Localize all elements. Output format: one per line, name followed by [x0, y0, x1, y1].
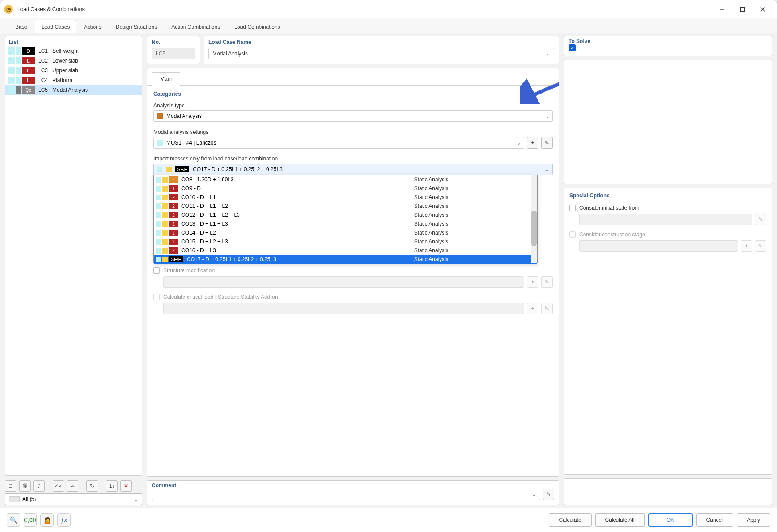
search-icon[interactable]: 🔍: [7, 513, 20, 527]
chevron-down-icon: ⌄: [134, 496, 138, 502]
list-item[interactable]: L LC2 Lower slab: [5, 56, 142, 66]
construction-stage-edit-icon[interactable]: ✎: [755, 240, 766, 252]
import-masses-options[interactable]: 2 CO8 - 1.20D + 1.60L3 Static Analysis 1…: [153, 175, 538, 263]
app-icon: ◔: [4, 5, 13, 14]
right-bottom-panel: [564, 478, 772, 505]
dropdown-option[interactable]: 2 CO14 - D + L2 Static Analysis: [154, 228, 537, 237]
calculate-critical-field: [163, 303, 524, 314]
edit-cc-icon[interactable]: ✎: [541, 303, 553, 314]
lcname-dropdown[interactable]: Modal Analysis ⌄: [208, 48, 554, 59]
tab-load-cases[interactable]: Load Cases: [35, 20, 76, 33]
dropdown-option[interactable]: 2 CO16 - D + L3 Static Analysis: [154, 246, 537, 255]
structure-modification-label: Structure modification: [163, 267, 215, 274]
copy-icon[interactable]: 🗐: [19, 480, 31, 492]
list-filter-dropdown[interactable]: All (5) ⌄: [5, 493, 142, 505]
close-button[interactable]: [753, 3, 773, 16]
list-item[interactable]: L LC4 Platform: [5, 75, 142, 85]
renumber-icon[interactable]: 1↓: [106, 480, 118, 492]
analysis-type-value: Modal Analysis: [166, 113, 202, 119]
import-icon[interactable]: ⤴: [33, 480, 45, 492]
structure-modification-checkbox[interactable]: [153, 267, 160, 274]
tab-load-combinations[interactable]: Load Combinations: [228, 20, 286, 33]
import-badge: SE/E: [175, 166, 189, 172]
dropdown-option[interactable]: 2 CO11 - D + L1 + L2 Static Analysis: [154, 202, 537, 211]
lcname-value: Modal Analysis: [212, 51, 248, 57]
edit-sm-icon[interactable]: ✎: [541, 276, 553, 288]
dropdown-option[interactable]: 2 CO12 - D + L1 + L2 + L3 Static Analysi…: [154, 211, 537, 219]
lcname-label: Load Case Name: [208, 38, 554, 48]
construction-stage-checkbox[interactable]: [569, 231, 576, 238]
import-masses-value: CO17 - D + 0.25L1 + 0.25L2 + 0.25L3: [193, 166, 283, 172]
list-item[interactable]: Qe LC5 Modal Analysis: [5, 85, 142, 95]
comment-label: Comment: [152, 480, 180, 489]
delete-icon[interactable]: ✕: [120, 480, 132, 492]
refresh-icon[interactable]: ↻: [86, 480, 98, 492]
tab-action-combinations[interactable]: Action Combinations: [165, 20, 227, 33]
comment-edit-icon[interactable]: ✎: [543, 489, 554, 500]
edit-settings-icon[interactable]: ✎: [541, 137, 553, 149]
modal-settings-dropdown[interactable]: MOS1 - #4 | Lanczos ⌄: [153, 137, 524, 149]
chevron-down-icon: ⌄: [545, 166, 549, 172]
new-settings-icon[interactable]: ✦: [527, 137, 538, 149]
construction-stage-label: Consider construction stage: [579, 231, 645, 238]
list-item[interactable]: D LC1 Self-weight: [5, 46, 142, 56]
initial-state-label: Consider initial state from: [579, 205, 639, 211]
list-filter-label: All (5): [22, 496, 36, 502]
uncheck-all-icon[interactable]: ✓̶: [67, 480, 78, 492]
dropdown-option[interactable]: 2 CO15 - D + L2 + L3 Static Analysis: [154, 237, 537, 246]
function-icon[interactable]: ƒx: [57, 513, 71, 527]
new-icon[interactable]: 🗋: [5, 480, 16, 492]
comment-dropdown[interactable]: ⌄: [152, 489, 540, 500]
profile-icon[interactable]: 🙍: [40, 513, 54, 527]
categories-header: Categories: [153, 89, 553, 101]
calculate-all-button[interactable]: Calculate All: [595, 513, 645, 527]
chevron-down-icon: ⌄: [532, 491, 536, 497]
tab-design-situations[interactable]: Design Situations: [109, 20, 164, 33]
chevron-down-icon: ⌄: [546, 51, 550, 57]
construction-stage-field: [579, 240, 738, 252]
calculate-critical-label: Calculate critical load | Structure Stab…: [163, 294, 278, 300]
modal-settings-label: Modal analysis settings: [153, 127, 553, 137]
dropdown-option[interactable]: 2 CO13 - D + L1 + L3 Static Analysis: [154, 219, 537, 228]
tosolve-checkbox[interactable]: ✓: [569, 44, 576, 51]
list-item[interactable]: L LC3 Upper slab: [5, 66, 142, 75]
minimize-button[interactable]: [712, 3, 732, 16]
apply-button[interactable]: Apply: [737, 513, 770, 527]
window-title: Load Cases & Combinations: [17, 6, 85, 12]
preview-panel: [564, 60, 772, 184]
initial-state-checkbox[interactable]: [569, 205, 576, 211]
list-header: List: [5, 36, 142, 46]
calculate-critical-checkbox[interactable]: [153, 294, 160, 300]
cancel-button[interactable]: Cancel: [696, 513, 733, 527]
tab-actions[interactable]: Actions: [77, 20, 108, 33]
check-all-icon[interactable]: ✓✓: [53, 480, 64, 492]
tab-base[interactable]: Base: [8, 20, 34, 33]
construction-stage-new-icon[interactable]: ✦: [741, 240, 752, 252]
ok-button[interactable]: OK: [648, 513, 693, 527]
initial-state-field: [579, 214, 752, 225]
no-label: No.: [152, 38, 195, 48]
new-cc-icon[interactable]: ✦: [527, 303, 538, 314]
modal-settings-value: MOS1 - #4 | Lanczos: [166, 140, 216, 146]
scrollbar[interactable]: [531, 175, 537, 263]
tosolve-label: To Solve: [569, 35, 594, 45]
units-icon[interactable]: 0,00: [24, 513, 37, 527]
svg-rect-1: [741, 7, 745, 11]
structure-modification-field: [163, 276, 524, 288]
maximize-button[interactable]: [732, 3, 753, 16]
import-masses-dropdown[interactable]: SE/E CO17 - D + 0.25L1 + 0.25L2 + 0.25L3…: [153, 164, 553, 175]
chevron-down-icon: ⌄: [517, 140, 521, 146]
dropdown-option[interactable]: 1 CO9 - D Static Analysis: [154, 184, 537, 193]
tab-main[interactable]: Main: [152, 72, 180, 86]
dropdown-option[interactable]: 2 CO10 - D + L1 Static Analysis: [154, 193, 537, 202]
dropdown-option[interactable]: 2 CO8 - 1.20D + 1.60L3 Static Analysis: [154, 175, 537, 184]
main-tabs: Base Load Cases Actions Design Situation…: [0, 18, 777, 33]
special-options-header: Special Options: [569, 191, 766, 202]
analysis-type-dropdown[interactable]: Modal Analysis ⌄: [153, 110, 553, 122]
calculate-button[interactable]: Calculate: [549, 513, 592, 527]
dropdown-option[interactable]: SE/E CO17 - D + 0.25L1 + 0.25L2 + 0.25L3…: [154, 255, 537, 264]
chevron-down-icon: ⌄: [545, 113, 549, 119]
titlebar: ◔ Load Cases & Combinations: [0, 0, 777, 18]
initial-state-edit-icon[interactable]: ✎: [755, 214, 766, 225]
new-sm-icon[interactable]: ✦: [527, 276, 538, 288]
